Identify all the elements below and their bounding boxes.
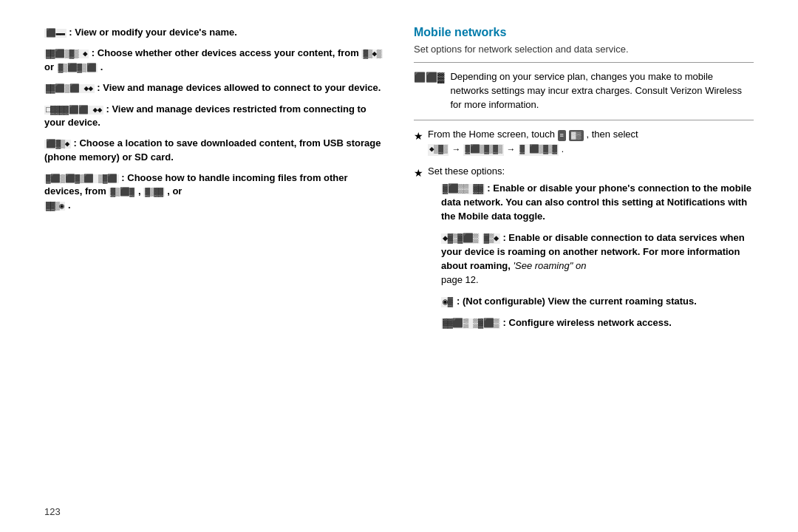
star-icon-1: ★ (414, 129, 423, 143)
entry-text-6g: . (68, 200, 71, 211)
settings-icon: ▓▒ (569, 130, 584, 141)
arrow-item-1: ◆▒▓▒ (428, 144, 449, 156)
step2-label: Set these options: (428, 166, 505, 177)
keyword-icon-6: ▓⬛▒⬛▓▒⬛ ▒▓⬛ (44, 174, 119, 183)
arrow-period: . (562, 143, 564, 156)
sub-bullet-4: ▓▓⬛▒ ▒▓⬛▒ : Configure wireless network a… (441, 316, 754, 330)
keyword-icon-6b: ▓▒⬛▓ (109, 188, 135, 197)
entry-text-5: : Choose a location to save downloaded c… (44, 137, 381, 162)
list-item: ▓▓⬛▒⬛ ◆◆ : View and manage devices allow… (44, 81, 384, 95)
sub-keyword-2a: ◆▓▒▓⬛▒ (441, 233, 480, 244)
arrow-2: → (507, 143, 516, 156)
entry-text-3: : View and manage devices allowed to con… (97, 82, 381, 93)
keyword-icon-2d: ▓▒⬛▓▒⬛ (57, 64, 98, 72)
entry-text-2: : Choose whether other devices access yo… (92, 47, 359, 58)
note-icon: ⬛⬛▓ (414, 71, 444, 85)
keyword-icon-6f: ▓▓▒◉ (44, 202, 65, 211)
sub-keyword-1: ▓⬛▒▒ ▓▓ (441, 184, 485, 194)
arrow-1: → (451, 143, 460, 156)
sub-text-2-page: page 12. (441, 274, 479, 285)
list-item: ⬛▓▒◆ : Choose a location to save downloa… (44, 137, 384, 164)
entry-text-6e: , or (167, 185, 182, 197)
entry-text-1: : View or modify your device's name. (69, 27, 237, 38)
keyword-icon-1: ⬛▬▬ (44, 29, 66, 38)
section-subtitle: Set options for network selection and da… (414, 44, 754, 55)
sub-text-2-italic: 'See roaming" on (514, 260, 587, 271)
step1-suffix: , then select (587, 129, 638, 140)
divider-mid (414, 120, 754, 120)
list-item: ▓⬛▒⬛▓▒⬛ ▒▓⬛ : Choose how to handle incom… (44, 171, 384, 212)
menu-icon: ≡ (558, 130, 567, 141)
sub-text-3: : (Not configurable) View the current ro… (457, 296, 697, 307)
note-text: Depending on your service plan, changes … (450, 70, 754, 112)
step1-text: From the Home screen, touch ≡ ▓▒ , then … (428, 128, 638, 159)
keyword-icon-6d: ▓▒▓▓ (143, 188, 164, 197)
divider-top (414, 62, 754, 63)
list-item: ▓▓⬛▒▓▒ ◆ : Choose whether other devices … (44, 47, 384, 74)
step1-bullet: ★ From the Home screen, touch ≡ ▓▒ , the… (414, 128, 754, 159)
step1-prefix: From the Home screen, touch (428, 129, 558, 140)
sub-text-4: : Configure wireless network access. (503, 317, 672, 328)
page-container: ⬛▬▬ : View or modify your device's name.… (0, 0, 798, 532)
sub-keyword-3: ◉▓ (441, 297, 454, 307)
step2-bullet: ★ Set these options: ▓⬛▒▒ ▓▓ : Enable or… (414, 165, 754, 338)
section-title: Mobile networks (414, 26, 754, 39)
sub-bullet-2: ◆▓▒▓⬛▒ ▓▒◆ : Enable or disable connectio… (441, 231, 754, 287)
sub-keyword-2b: ▓▒◆ (482, 233, 500, 244)
step2-content: Set these options: ▓⬛▒▒ ▓▓ : Enable or d… (428, 165, 754, 338)
keyword-icon-2: ▓▓⬛▒▓▒ ◆ (44, 50, 89, 58)
sub-text-1: : Enable or disable your phone's connect… (441, 183, 751, 222)
sub-bullet-3: ◉▓ : (Not configurable) View the current… (441, 295, 754, 309)
keyword-icon-2b: ▓▒◆▒ (361, 50, 382, 58)
arrow-item-3: ▓ ⬛▒▓▒▓ (519, 144, 559, 156)
note-block: ⬛⬛▓ Depending on your service plan, chan… (414, 70, 754, 112)
keyword-icon-3: ▓▓⬛▒⬛ ◆◆ (44, 84, 95, 93)
arrow-line: ◆▒▓▒ → ▓⬛▒▓▒▓▒ → ▓ ⬛▒▓▒▓ . (428, 143, 638, 156)
roaming-italic: ee roaming (522, 260, 570, 271)
list-item: □▓▓▓▓⬛⬛ ◆◆ : View and manage devices res… (44, 103, 384, 130)
star-icon-2: ★ (414, 166, 423, 180)
left-column: ⬛▬▬ : View or modify your device's name.… (44, 22, 384, 510)
sub-bullet-list: ▓⬛▒▒ ▓▓ : Enable or disable your phone's… (441, 182, 754, 331)
entry-text-2e: . (100, 61, 103, 72)
page-number: 123 (44, 506, 61, 517)
keyword-icon-4: □▓▓▓▓⬛⬛ ◆◆ (44, 106, 103, 115)
keyword-icon-5: ⬛▓▒◆ (44, 140, 71, 149)
sub-bullet-1: ▓⬛▒▒ ▓▓ : Enable or disable your phone's… (441, 182, 754, 224)
list-item: ⬛▬▬ : View or modify your device's name. (44, 26, 384, 39)
entry-text-2c: or (44, 61, 57, 72)
arrow-item-2: ▓⬛▒▓▒▓▒ (463, 144, 503, 156)
right-column: Mobile networks Set options for network … (414, 22, 754, 510)
sub-keyword-4: ▓▓⬛▒ ▒▓⬛▒ (441, 318, 500, 329)
content-area: ⬛▬▬ : View or modify your device's name.… (44, 22, 754, 510)
